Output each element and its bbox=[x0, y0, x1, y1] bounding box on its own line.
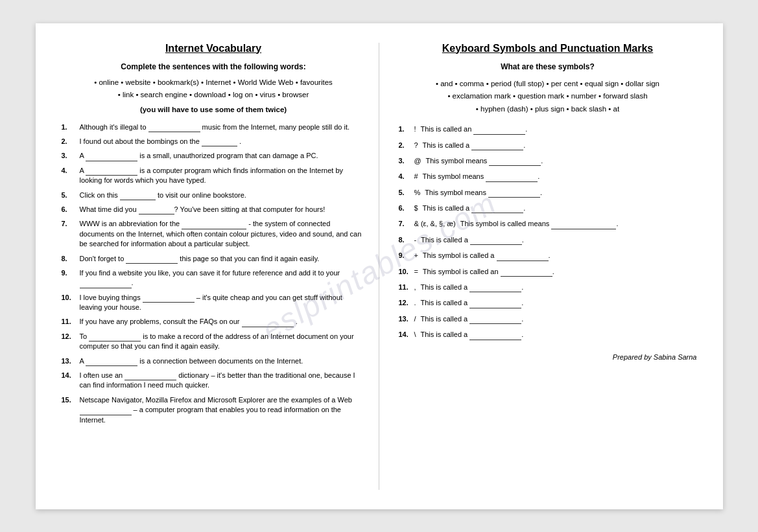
list-item: 8. - This is called a . bbox=[399, 235, 697, 245]
list-item: 5. Click on this to visit our online boo… bbox=[62, 191, 366, 200]
worksheet-page: eslprintables.com Internet Vocabulary Co… bbox=[36, 23, 723, 509]
symbol-questions: 1. ! This is called an . 2. ? This is ca… bbox=[399, 124, 697, 340]
left-column: Internet Vocabulary Complete the sentenc… bbox=[62, 43, 379, 490]
list-item: 13. A is a connection between documents … bbox=[62, 356, 366, 366]
list-item: 4. # This symbol means . bbox=[399, 172, 697, 181]
note: (you will have to use some of them twice… bbox=[62, 106, 366, 113]
left-subtitle: Complete the sentences with the followin… bbox=[62, 62, 366, 71]
list-item: 8. Don't forget to this page so that you… bbox=[62, 254, 366, 264]
list-item: 15. Netscape Navigator, Mozilla Firefox … bbox=[62, 395, 366, 425]
list-item: 12. . This is called a . bbox=[399, 298, 697, 308]
list-item: 11. If you have any problems, consult th… bbox=[62, 317, 366, 327]
left-questions: 1. Although it's illegal to music from t… bbox=[62, 122, 366, 425]
right-subtitle: What are these symbols? bbox=[399, 62, 697, 71]
list-item: 12. To is to make a record of the addres… bbox=[62, 332, 366, 352]
list-item: 2. ? This is called a . bbox=[399, 141, 697, 150]
list-item: 3. A is a small, unauthorized program th… bbox=[62, 151, 366, 161]
list-item: 9. + This symbol is called a . bbox=[399, 251, 697, 260]
list-item: 6. $ This is called a . bbox=[399, 203, 697, 213]
list-item: 14. \ This is called a . bbox=[399, 330, 697, 340]
list-item: 3. @ This symbol means . bbox=[399, 156, 697, 166]
word-list-line1: • online • website • bookmark(s) • Inter… bbox=[62, 76, 366, 102]
list-item: 2. I found out about the bombings on the… bbox=[62, 137, 366, 146]
list-item: 4. A is a computer program which finds i… bbox=[62, 166, 366, 186]
right-column: Keyboard Symbols and Punctuation Marks W… bbox=[379, 43, 697, 490]
list-item: 9. If you find a website you like, you c… bbox=[62, 268, 366, 288]
symbol-word-list: • and • comma • period (full stop) • per… bbox=[399, 78, 697, 116]
list-item: 10. = This symbol is called an . bbox=[399, 267, 697, 277]
list-item: 1. ! This is called an . bbox=[399, 124, 697, 134]
left-title: Internet Vocabulary bbox=[62, 43, 366, 54]
list-item: 7. & (ε, &, §, æ) This symbol is called … bbox=[399, 219, 697, 229]
list-item: 13. / This is called a . bbox=[399, 314, 697, 324]
right-title: Keyboard Symbols and Punctuation Marks bbox=[399, 43, 697, 54]
prepared-by: Prepared by Sabina Sarna bbox=[399, 353, 697, 361]
list-item: 14. I often use an dictionary – it's bet… bbox=[62, 371, 366, 391]
list-item: 5. % This symbol means . bbox=[399, 188, 697, 198]
list-item: 1. Although it's illegal to music from t… bbox=[62, 122, 366, 132]
list-item: 7. WWW is an abbreviation for the - the … bbox=[62, 219, 366, 249]
list-item: 11. , This is called a . bbox=[399, 283, 697, 292]
list-item: 10. I love buying things – it's quite ch… bbox=[62, 293, 366, 313]
list-item: 6. What time did you ? You've been sitti… bbox=[62, 205, 366, 214]
